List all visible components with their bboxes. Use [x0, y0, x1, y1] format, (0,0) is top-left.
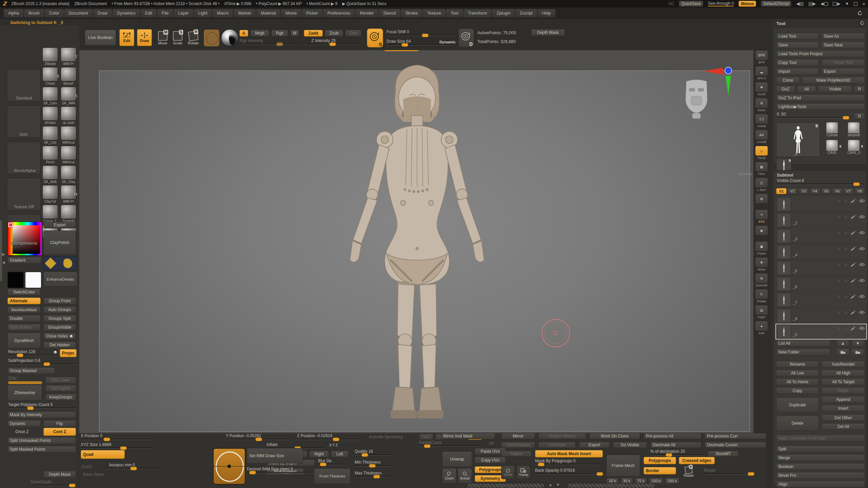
tool-thumbnail[interactable]: 9 CAVE [822, 140, 843, 157]
close-holes-button[interactable]: Close Holes [43, 333, 76, 340]
shelf-button[interactable]: ▦ Floor [754, 162, 769, 178]
group-front-button[interactable]: Group Front [43, 298, 76, 304]
uv-toggle-icon[interactable]: ◑ [844, 294, 847, 299]
del-hidden-button[interactable]: Del Hidden [43, 342, 76, 348]
keep-groups-button[interactable]: KeepGroups [45, 394, 76, 401]
lightbox-tools-button[interactable]: Lightbox▶Tools [776, 103, 865, 110]
quicksave-button[interactable]: QuickSave [679, 1, 703, 7]
polypaint-toggle-icon[interactable]: ◐ [838, 214, 841, 219]
zoom-tool-button[interactable]: Zoom [442, 468, 456, 483]
paste-subtool-button[interactable]: Paste [822, 387, 865, 394]
menu-item[interactable]: Draw [93, 9, 112, 18]
uv-toggle-icon[interactable]: ◑ [844, 246, 847, 251]
brush-thumbnail[interactable]: Dots [7, 105, 41, 138]
shelf-button[interactable]: ▤ PolyF [754, 305, 769, 321]
groups-split-button[interactable]: Groups Split [43, 315, 76, 322]
brush-thumbnail-small[interactable]: ClayTut [41, 185, 59, 204]
menu-item[interactable]: Help [537, 9, 556, 18]
timeline-marker[interactable] [384, 50, 418, 51]
menu-item[interactable]: Brush [24, 9, 44, 18]
shelf-button[interactable]: ◫ L.Sym [754, 178, 769, 194]
transp-button[interactable]: Transp [517, 466, 530, 479]
del-all-button[interactable]: Del All [822, 423, 865, 430]
subtool-row[interactable]: _5 ◐ ◑ [775, 260, 867, 276]
zscript-button[interactable]: DefaultZScript [761, 1, 791, 7]
brush-thumbnail-small[interactable]: SK_AirB [41, 165, 59, 184]
menu-item[interactable]: Macro [212, 9, 234, 18]
tool-slider[interactable]: 0. 50 [777, 112, 851, 118]
shelf-button[interactable]: ▣ Frame [754, 241, 769, 257]
mask-by-polygroups-slider[interactable]: Mask By Polygroups 0 [535, 459, 603, 465]
max-thickness-slider[interactable]: Max Thickness [355, 471, 392, 477]
panel-collapse-icon[interactable]: ◀ [2, 260, 5, 265]
zremesher-button[interactable]: ZRemesher [7, 385, 42, 401]
back-opacity-slider[interactable]: Back Opacity 0.97916 [535, 468, 606, 474]
see-through-slider[interactable]: See-through 0 [708, 1, 734, 6]
checkseams-button[interactable]: CheckSeams [501, 442, 535, 448]
save-button[interactable]: Save [776, 42, 819, 48]
copy-tool-button[interactable]: Copy Tool [776, 59, 819, 66]
visibility-eye-icon[interactable] [859, 294, 865, 299]
menu-item[interactable]: Zplugin [492, 9, 515, 18]
split-masked-button[interactable]: Split Masked Points [7, 446, 76, 453]
clone-button[interactable]: Clone [776, 77, 800, 84]
brush-thumbnail[interactable]: Standard [7, 69, 41, 102]
resolution-slider[interactable]: Resolution 128 [8, 350, 56, 356]
rgb-intensity-slider[interactable]: Rgb Intensity [239, 39, 299, 45]
visibility-set-button[interactable]: V2 [787, 188, 798, 194]
menus-button[interactable]: Menus [738, 1, 756, 7]
brush-thumbnail-small[interactable]: hPolish [41, 106, 59, 125]
menu-item[interactable]: Movie [281, 9, 301, 18]
shelf-button[interactable]: ✛ XYZ [754, 209, 769, 225]
group-masked-button[interactable]: Group Masked [7, 367, 55, 374]
shelf-button[interactable]: AA AAHalf [754, 130, 769, 146]
subtool-row[interactable]: _2 ◐ ◑ [775, 212, 867, 228]
visibility-eye-icon[interactable] [859, 279, 865, 283]
cont-z-button[interactable]: Cont Z [43, 428, 76, 436]
visibility-set-button[interactable]: V7 [843, 188, 854, 194]
folder-move-button[interactable] [836, 349, 849, 355]
sculpt-brush-icon[interactable] [850, 199, 855, 203]
shelf-button[interactable]: ✥ Scroll [754, 82, 769, 98]
focal-shift-slider[interactable]: Focal Shift 0 [387, 30, 454, 36]
menu-item[interactable]: Texture [422, 9, 446, 18]
brush-thumbnail-small[interactable]: 2 IMM Pr [60, 47, 77, 66]
brush-thumbnail[interactable]: ~BrushAlpha [7, 142, 41, 174]
brush-thumbnail-small[interactable]: sk cloth [60, 106, 77, 125]
activate-symmetry-label[interactable]: Activate Symmetry [369, 434, 403, 439]
shelf-button[interactable]: ⊕ Zoom [754, 98, 769, 114]
visibility-eye-icon[interactable] [859, 231, 865, 235]
polypaint-toggle-icon[interactable]: ◐ [838, 310, 841, 315]
visible-count-slider[interactable]: Visible Count 8 [777, 179, 864, 185]
sculpt-brush-icon[interactable] [850, 247, 855, 251]
menu-item[interactable]: Picker [301, 9, 323, 18]
export-uv-button[interactable]: Export [579, 442, 610, 448]
radio-dot[interactable] [54, 350, 57, 354]
all-to-home-button[interactable]: All To Home [776, 379, 819, 385]
all-high-button[interactable]: All High [822, 370, 865, 377]
menu-item[interactable]: Light [194, 9, 212, 18]
folder-button[interactable] [851, 349, 864, 355]
subtool-up-button[interactable]: ▲ [836, 340, 849, 347]
dynamic-button[interactable]: Dynamic [7, 420, 41, 427]
save-views-button[interactable]: Save Views [81, 471, 106, 478]
unwrap-button[interactable]: Unwrap [442, 451, 472, 467]
rgb-toggle[interactable]: Rgb [271, 30, 288, 37]
texture-thumbnail[interactable] [43, 256, 77, 270]
split-hidden-button[interactable]: Split Hidden [7, 324, 41, 331]
work-on-clone-button[interactable]: Work On Clone [589, 433, 640, 439]
sculpt-brush-icon[interactable] [850, 294, 855, 299]
all-to-target-button[interactable]: All To Target [822, 379, 865, 385]
scroll-down-icon[interactable]: ▼ [556, 483, 560, 487]
polypaint-toggle-icon[interactable]: ◐ [838, 294, 841, 299]
sculpt-brush-icon[interactable] [850, 310, 855, 314]
merge-button[interactable]: Merge [776, 454, 865, 461]
radial-count-slider[interactable]: RadialCount [419, 441, 480, 447]
menu-item[interactable]: Dynamics [112, 9, 140, 18]
uv-toggle-icon[interactable]: ◑ [844, 214, 847, 219]
imm-draw-size-widget[interactable] [213, 448, 245, 485]
visibility-set-button[interactable]: V8 [854, 188, 865, 194]
brush-thumbnail-small[interactable]: 5 SK_IMM [60, 87, 77, 106]
brush-thumbnail-small[interactable]: Carve_1 [41, 205, 59, 224]
frame-mesh-button[interactable]: Frame Mesh [606, 455, 640, 476]
